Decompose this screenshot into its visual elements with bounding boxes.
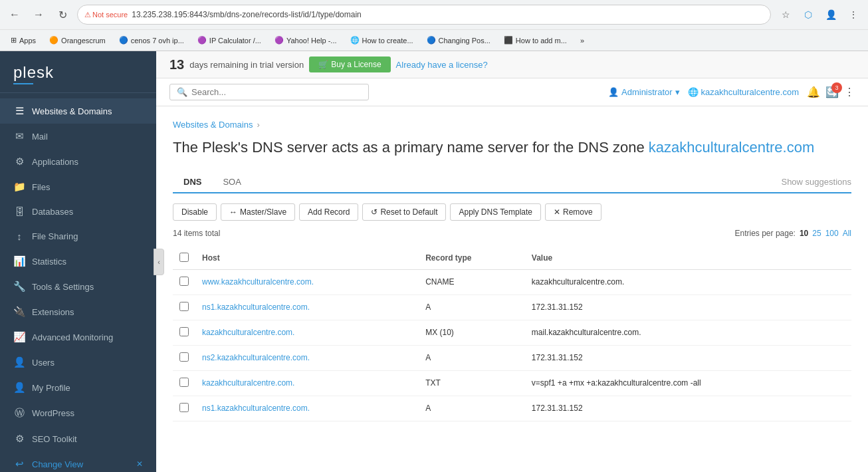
domain-info[interactable]: 🌐 kazakhculturalcentre.com (688, 87, 799, 97)
host-link-2[interactable]: kazakhculturalcentre.com. (202, 328, 294, 337)
bookmark-more[interactable]: » (575, 35, 590, 46)
host-link-1[interactable]: ns1.kazakhculturalcentre.com. (202, 302, 310, 312)
record-value-1: 172.31.31.152 (525, 295, 851, 320)
select-all-checkbox[interactable] (179, 253, 189, 262)
table-row: ns2.kazakhculturalcentre.com. A 172.31.3… (173, 345, 851, 370)
sidebar-collapse-button[interactable]: ‹ (154, 249, 164, 275)
updates-button[interactable]: 🔄 3 (825, 86, 839, 98)
row-checkbox-5[interactable] (179, 403, 189, 412)
dns-table: Host Record type Value www.kazakhcultura… (173, 247, 851, 421)
content-header: 🔍 👤 Administrator ▾ 🌐 kazakhculturalcent… (156, 78, 868, 106)
host-link-3[interactable]: ns2.kazakhculturalcentre.com. (202, 353, 310, 362)
change-view-close[interactable]: ✕ (136, 459, 143, 469)
sidebar-item-databases[interactable]: 🗄 Databases (0, 199, 156, 224)
notifications-button[interactable]: 🔔 (807, 86, 820, 98)
master-slave-icon: ↔ (229, 207, 237, 217)
page-size-10[interactable]: 10 (800, 229, 808, 238)
row-checkbox-2[interactable] (179, 327, 189, 336)
updates-badge: 3 (831, 82, 842, 93)
record-value-3: 172.31.31.152 (525, 345, 851, 370)
row-checkbox-0[interactable] (179, 277, 189, 286)
record-type-col-header: Record type (419, 247, 525, 270)
bookmark-apps[interactable]: ⊞ Apps (5, 35, 41, 46)
profile-button[interactable]: 👤 (821, 5, 840, 24)
sidebar-item-tools-settings[interactable]: 🔧 Tools & Settings (0, 274, 156, 299)
page-size-25[interactable]: 25 (812, 229, 821, 238)
record-value-4: v=spf1 +a +mx +a:kazakhculturalcentre.co… (525, 370, 851, 396)
sidebar-logo: plesk (0, 51, 156, 93)
bookmark-how-to-create[interactable]: 🌐 How to create... (345, 35, 419, 46)
sidebar-item-mail[interactable]: ✉ Mail (0, 124, 156, 149)
reset-default-button[interactable]: ↺ Reset to Default (362, 203, 446, 221)
breadcrumb-parent[interactable]: Websites & Domains (173, 120, 253, 130)
users-icon: 👤 (13, 356, 25, 368)
reload-button[interactable]: ↻ (53, 5, 72, 24)
host-link-5[interactable]: ns1.kazakhculturalcentre.com. (202, 404, 310, 413)
statistics-icon: 📊 (13, 255, 25, 267)
buy-license-button[interactable]: 🛒 Buy a License (309, 57, 390, 72)
select-all-col (173, 247, 195, 270)
bookmark-cenos[interactable]: 🔵 cenos 7 ovh ip... (114, 35, 189, 46)
forward-button[interactable]: → (29, 5, 48, 24)
bookmark-ip-calculator[interactable]: 🟣 IP Calculator /... (192, 35, 267, 46)
record-type-3: A (419, 345, 525, 370)
more-options-button[interactable]: ⋮ (844, 86, 855, 98)
page-title: The Plesk's DNS server acts as a primary… (173, 138, 851, 158)
sidebar-item-applications[interactable]: ⚙ Applications (0, 149, 156, 174)
sidebar-item-extensions[interactable]: 🔌 Extensions (0, 299, 156, 324)
sidebar: plesk ☰ Websites & Domains ✉ Mail ⚙ Appl… (0, 51, 156, 472)
page-size-all[interactable]: All (843, 229, 851, 238)
admin-info[interactable]: 👤 Administrator ▾ (608, 87, 680, 97)
row-checkbox-1[interactable] (179, 302, 189, 311)
sidebar-item-file-sharing[interactable]: ↕ File Sharing (0, 224, 156, 249)
browser-extension-button[interactable]: ⬡ (799, 5, 817, 24)
tabs: DNS SOA Show suggestions (173, 172, 851, 193)
sidebar-item-seo-toolkit[interactable]: ⚙ SEO Toolkit (0, 426, 156, 451)
logo-underline (13, 83, 33, 84)
host-col-header: Host (195, 247, 419, 270)
browser-icons: ☆ ⬡ 👤 ⋮ (776, 5, 863, 24)
page-size-100[interactable]: 100 (825, 229, 839, 238)
sidebar-item-wordpress[interactable]: Ⓦ WordPress (0, 400, 156, 426)
back-button[interactable]: ← (5, 5, 24, 24)
show-suggestions[interactable]: Show suggestions (781, 177, 851, 192)
master-slave-button[interactable]: ↔ Master/Slave (221, 203, 295, 221)
address-bar[interactable]: ⚠ Not secure 13.235.238.195:8443/smb/dns… (77, 5, 771, 25)
files-icon: 📁 (13, 181, 25, 193)
bookmark-changing-pos[interactable]: 🔵 Changing Pos... (421, 35, 496, 46)
search-box[interactable]: 🔍 (169, 84, 369, 100)
host-link-4[interactable]: kazakhculturalcentre.com. (202, 378, 294, 388)
wordpress-icon: Ⓦ (13, 407, 25, 419)
sidebar-item-statistics[interactable]: 📊 Statistics (0, 249, 156, 274)
disable-button[interactable]: Disable (173, 203, 217, 221)
sidebar-item-users[interactable]: 👤 Users (0, 350, 156, 375)
sidebar-item-advanced-monitoring[interactable]: 📈 Advanced Monitoring (0, 324, 156, 350)
already-have-license-link[interactable]: Already have a license? (396, 60, 488, 70)
bookmark-how-to-add[interactable]: ⬛ How to add m... (498, 35, 572, 46)
sidebar-item-my-profile[interactable]: 👤 My Profile (0, 375, 156, 400)
record-type-4: TXT (419, 370, 525, 396)
admin-dropdown-icon: ▾ (675, 87, 680, 97)
remove-button[interactable]: ✕ Remove (545, 203, 601, 221)
record-value-5: 172.31.31.152 (525, 396, 851, 421)
bookmark-yahoo[interactable]: 🟣 Yahoo! Help -... (269, 35, 342, 46)
apply-dns-template-button[interactable]: Apply DNS Template (450, 203, 541, 221)
host-link-0[interactable]: www.kazakhculturalcentre.com. (202, 277, 314, 287)
tab-dns[interactable]: DNS (173, 172, 212, 193)
sidebar-item-files[interactable]: 📁 Files (0, 174, 156, 199)
row-checkbox-4[interactable] (179, 378, 189, 387)
search-input[interactable] (191, 87, 324, 97)
record-type-1: A (419, 295, 525, 320)
bookmark-orangescrum[interactable]: 🟠 Orangescrum (44, 35, 111, 46)
record-value-2: mail.kazakhculturalcentre.com. (525, 320, 851, 345)
bookmarks-bar: ⊞ Apps 🟠 Orangescrum 🔵 cenos 7 ovh ip...… (0, 29, 868, 51)
bookmark-star-button[interactable]: ☆ (776, 5, 795, 24)
row-checkbox-3[interactable] (179, 352, 189, 362)
menu-button[interactable]: ⋮ (844, 5, 863, 24)
sidebar-item-change-view[interactable]: ↩ Change View ✕ (0, 451, 156, 472)
sidebar-item-websites-domains[interactable]: ☰ Websites & Domains (0, 98, 156, 124)
sidebar-nav: ☰ Websites & Domains ✉ Mail ⚙ Applicatio… (0, 93, 156, 472)
remove-icon: ✕ (554, 207, 560, 217)
add-record-button[interactable]: Add Record (299, 203, 358, 221)
tab-soa[interactable]: SOA (212, 172, 251, 193)
